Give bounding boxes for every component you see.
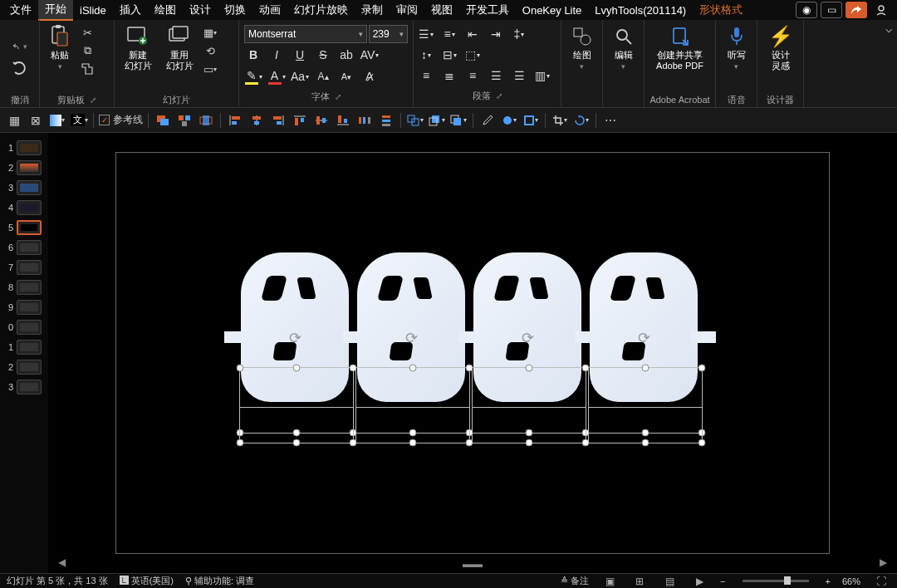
thumbnail-10[interactable]: 0 [0,317,48,337]
reading-view-icon[interactable]: ▤ [660,576,679,587]
thumbnail-8[interactable]: 8 [0,277,48,297]
menu-onekey[interactable]: OneKey Lite [516,2,589,19]
columns-button[interactable]: ▥▾ [533,66,551,85]
align-tool-3[interactable] [197,111,215,130]
menu-home[interactable]: 开始 [38,0,73,21]
font-name-combo[interactable]: Montserrat▾ [244,25,367,43]
indent-inc-button[interactable]: ⇥ [487,25,505,43]
fit-window-icon[interactable]: ⛶ [872,576,890,587]
copy-icon[interactable]: ⧉ [80,43,95,58]
thumbnail-7[interactable]: 7 [0,257,48,277]
bold-button[interactable]: B [244,46,262,64]
shape-fill-icon[interactable]: ▾ [500,111,518,130]
paragraph-launcher[interactable]: ⤢ [496,91,502,100]
current-slide[interactable]: ⟳ ⟳ ⟳ [115,152,830,554]
font-size-combo[interactable]: 239▾ [369,25,408,43]
slideshow-view-icon[interactable]: ▶ [690,576,708,587]
align-middle-icon[interactable] [312,111,331,130]
undo-button[interactable]: ▾ [12,39,27,54]
font-launcher[interactable]: ⤢ [335,92,341,101]
thumbnail-9[interactable]: 9 [0,297,48,317]
editing-button[interactable]: 编辑 ▾ [607,23,640,72]
menu-islide[interactable]: iSlide [73,2,113,19]
menu-design[interactable]: 设计 [183,0,218,20]
guides-checkbox[interactable]: ✓ 参考线 [99,113,143,127]
menu-review[interactable]: 审阅 [390,0,424,20]
selection-box[interactable] [588,407,703,443]
font-color-button[interactable]: A▾ [267,67,286,86]
zoom-slider[interactable] [743,580,809,582]
slide-canvas[interactable]: ⟳ ⟳ ⟳ [48,133,897,573]
menu-transition[interactable]: 切换 [218,0,252,20]
adobe-pdf-button[interactable]: 创建并共享 Adobe PDF [651,23,708,73]
zoom-out-button[interactable]: − [720,576,725,586]
zoom-in-button[interactable]: + [826,576,831,586]
drawing-button[interactable]: 绘图 ▾ [566,23,599,72]
align-center-h-icon[interactable] [248,111,266,130]
bring-forward-icon[interactable]: ▾ [428,111,446,130]
align-center-button[interactable]: ≣ [440,66,458,85]
thumbnail-3[interactable]: 3 [0,178,48,198]
underline-button[interactable]: U [291,46,309,64]
designer-button[interactable]: ⚡ 设计 灵感 [763,23,798,73]
send-backward-icon[interactable]: ▾ [449,111,468,130]
menu-animation[interactable]: 动画 [252,0,287,20]
distribute-h-icon[interactable] [355,111,374,130]
thumbnail-6[interactable]: 6 [0,238,48,257]
account-icon[interactable] [870,2,892,18]
clear-format-button[interactable]: A̷ [360,67,379,86]
thumbnail-12[interactable]: 2 [0,357,48,377]
qat-color-icon[interactable]: ▾ [48,111,66,130]
scroll-thumb[interactable]: ▬▬ [458,556,488,571]
new-slide-button[interactable]: 新建 幻灯片 [118,23,158,73]
grow-font-button[interactable]: A▴ [314,67,332,86]
numbering-button[interactable]: ≡▾ [440,25,458,43]
menu-record[interactable]: 录制 [355,0,390,20]
share-button[interactable] [846,2,867,18]
thumbnail-2[interactable]: 2 [0,158,48,178]
menu-file[interactable]: 文件 [3,0,38,20]
normal-view-icon[interactable]: ▣ [600,576,619,587]
crop-icon[interactable]: ▾ [551,111,569,130]
collapse-ribbon-button[interactable]: ⌵ [880,20,897,37]
more-icon[interactable]: ⋯ [601,111,620,130]
align-right-icon[interactable] [269,111,287,130]
align-bottom-icon[interactable] [334,111,352,130]
shape-outline-icon[interactable]: ▾ [522,111,540,130]
menu-devtools[interactable]: 开发工具 [459,0,516,20]
strike-button[interactable]: S [314,46,332,64]
menu-draw[interactable]: 绘图 [148,0,183,20]
cut-icon[interactable]: ✂ [80,25,95,40]
distribute-v-icon[interactable] [377,111,395,130]
align-text-button[interactable]: ⊟▾ [440,46,458,64]
zoom-level[interactable]: 66% [842,576,860,586]
char-spacing-button[interactable]: AV▾ [360,46,379,64]
notes-button[interactable]: ≙ 备注 [561,575,589,587]
thumbnail-5[interactable]: 5 [0,218,48,238]
qat-close-icon[interactable]: ⊠ [27,111,45,130]
highlight-button[interactable]: ✎▾ [244,67,262,86]
thumbnail-11[interactable]: 1 [0,337,48,357]
align-tool-2[interactable] [175,111,194,130]
layout-icon[interactable]: ▦▾ [203,25,218,40]
shadow-button[interactable]: ab [337,46,355,64]
menu-insert[interactable]: 插入 [113,0,148,20]
menu-shape-format[interactable]: 形状格式 [693,0,749,20]
align-left-button[interactable]: ≡ [417,66,435,85]
reuse-slide-button[interactable]: 重用 幻灯片 [159,23,199,73]
convert-smartart-button[interactable]: ⬚▾ [463,46,482,64]
selection-box[interactable] [239,407,354,443]
distribute-button[interactable]: ☰ [510,66,528,85]
align-left-icon[interactable] [226,111,244,130]
indent-dec-button[interactable]: ⇤ [463,25,482,43]
qat-text-icon[interactable]: 文▾ [70,111,88,130]
change-case-button[interactable]: Aa▾ [291,67,309,86]
thumbnail-13[interactable]: 3 [0,377,48,397]
group-icon[interactable]: ▾ [406,111,424,130]
clipboard-launcher[interactable]: ⤢ [90,96,96,105]
redo-button[interactable] [12,61,27,76]
selection-box[interactable] [355,407,470,443]
bullets-button[interactable]: ☰▾ [417,25,435,43]
thumbnail-1[interactable]: 1 [0,138,48,158]
text-direction-button[interactable]: ↕▾ [417,46,435,64]
